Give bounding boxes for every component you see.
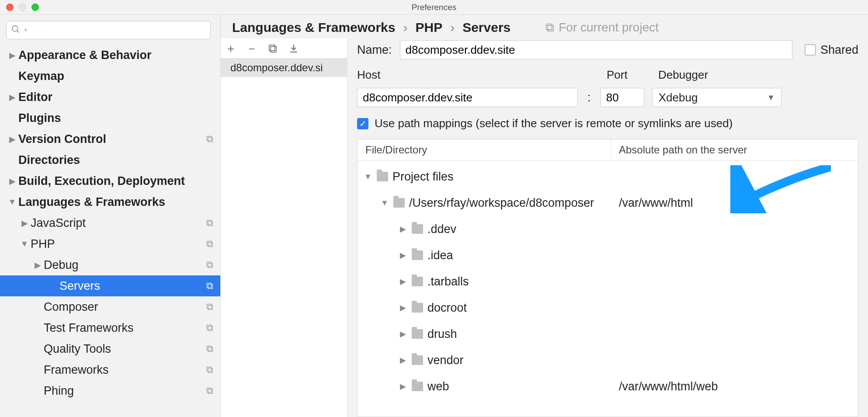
table-row[interactable]: ▶vendor bbox=[358, 347, 858, 373]
search-icon bbox=[11, 24, 21, 36]
folder-icon bbox=[412, 303, 423, 313]
project-scope-icon: ⧉ bbox=[206, 259, 217, 271]
sidebar-item[interactable]: ▶Debug⧉ bbox=[0, 254, 220, 275]
sidebar-item-label: Frameworks bbox=[44, 363, 206, 377]
folder-icon bbox=[412, 382, 423, 391]
sidebar-item-label: Editor bbox=[18, 90, 217, 104]
import-icon[interactable] bbox=[287, 43, 300, 54]
use-path-mappings-checkbox[interactable]: ✓ bbox=[357, 118, 368, 129]
port-input[interactable] bbox=[601, 88, 644, 107]
sidebar-item[interactable]: ▶Version Control⧉ bbox=[0, 129, 220, 149]
window-title: Preferences bbox=[412, 3, 456, 12]
chevron-down-icon: ▼ bbox=[6, 197, 18, 207]
sidebar-item-label: Languages & Frameworks bbox=[18, 195, 217, 209]
sidebar-item[interactable]: ▶Appearance & Behavior bbox=[0, 45, 220, 66]
window-controls bbox=[6, 3, 39, 11]
sidebar-item[interactable]: ▶Build, Execution, Deployment bbox=[0, 170, 220, 191]
sidebar-item[interactable]: ▶JavaScript⧉ bbox=[0, 212, 220, 233]
main-panel: Languages & Frameworks › PHP › Servers ⧉… bbox=[221, 15, 868, 417]
table-row[interactable]: ▶web/var/www/html/web bbox=[358, 373, 858, 400]
breadcrumb-a[interactable]: Languages & Frameworks bbox=[232, 20, 395, 35]
chevron-right-icon[interactable]: ▶ bbox=[399, 250, 407, 260]
absolute-path-cell[interactable]: /var/www/html/web bbox=[611, 380, 858, 393]
file-cell: ▶.ddev bbox=[358, 222, 611, 236]
zoom-icon[interactable] bbox=[31, 3, 39, 11]
file-label: /Users/rfay/workspace/d8composer bbox=[409, 196, 594, 210]
sidebar-item-label: Phing bbox=[44, 384, 206, 398]
host-label: Host bbox=[357, 68, 578, 82]
table-row[interactable]: ▶.ddev bbox=[358, 216, 858, 242]
folder-icon bbox=[412, 329, 423, 339]
chevron-right-icon[interactable]: ▶ bbox=[399, 303, 407, 313]
sidebar-item[interactable]: Servers⧉ bbox=[0, 275, 220, 296]
sidebar-item[interactable]: Quality Tools⧉ bbox=[0, 338, 220, 359]
project-scope-hint: ⧉ For current project bbox=[545, 21, 659, 35]
chevron-right-icon[interactable]: ▶ bbox=[399, 355, 407, 365]
chevron-right-icon[interactable]: ▶ bbox=[399, 277, 407, 286]
colon-separator: : bbox=[586, 90, 593, 104]
sidebar-item[interactable]: ▼Languages & Frameworks bbox=[0, 191, 220, 212]
chevron-right-icon: › bbox=[450, 20, 455, 35]
sidebar-item[interactable]: Keymap bbox=[0, 66, 220, 87]
callout-arrow-icon bbox=[730, 165, 831, 213]
sidebar-item[interactable]: Plugins bbox=[0, 108, 220, 129]
table-row[interactable]: ▶drush bbox=[358, 321, 858, 347]
breadcrumb-c: Servers bbox=[462, 20, 510, 35]
sidebar-item[interactable]: Frameworks⧉ bbox=[0, 359, 220, 380]
project-scope-icon: ⧉ bbox=[206, 322, 217, 334]
sidebar-item[interactable]: Phing⧉ bbox=[0, 380, 220, 401]
remove-icon[interactable]: － bbox=[245, 42, 258, 55]
chevron-right-icon: ▶ bbox=[6, 134, 18, 144]
project-scope-icon: ⧉ bbox=[206, 364, 217, 375]
sidebar-item[interactable]: Directories bbox=[0, 149, 220, 170]
table-row[interactable]: ▶.idea bbox=[358, 242, 858, 268]
chevron-down-icon[interactable]: ▼ bbox=[364, 172, 372, 181]
sidebar-item[interactable]: ▶Editor bbox=[0, 87, 220, 108]
debugger-select[interactable]: Xdebug ▼ bbox=[652, 88, 781, 107]
project-scope-icon: ⧉ bbox=[206, 133, 217, 145]
server-detail: Name: Shared Host Port Debugger bbox=[347, 38, 868, 417]
file-label: .idea bbox=[427, 249, 453, 262]
svg-line-1 bbox=[17, 30, 19, 32]
chevron-down-icon[interactable]: ▼ bbox=[380, 198, 389, 208]
file-label: Project files bbox=[392, 170, 454, 184]
close-icon[interactable] bbox=[6, 3, 14, 11]
file-label: web bbox=[427, 380, 449, 393]
sidebar-item[interactable]: Composer⧉ bbox=[0, 296, 220, 317]
add-icon[interactable]: ＋ bbox=[224, 42, 237, 55]
preferences-window: Preferences ▼ ▶Appearance & BehaviorKeym… bbox=[0, 0, 868, 417]
search-input[interactable] bbox=[31, 25, 206, 35]
sidebar-item[interactable]: Test Frameworks⧉ bbox=[0, 317, 220, 338]
sidebar-item[interactable]: ▼PHP⧉ bbox=[0, 233, 220, 254]
chevron-down-icon: ▼ bbox=[767, 93, 775, 102]
breadcrumb: Languages & Frameworks › PHP › Servers ⧉… bbox=[221, 15, 868, 38]
project-scope-icon: ⧉ bbox=[206, 238, 217, 250]
server-list-toolbar: ＋ － ⧉ bbox=[221, 38, 347, 59]
titlebar: Preferences bbox=[0, 0, 868, 15]
sidebar-item-label: Test Frameworks bbox=[44, 321, 206, 335]
col-file-directory: File/Directory bbox=[358, 139, 611, 160]
project-scope-icon: ⧉ bbox=[206, 301, 217, 313]
name-input[interactable] bbox=[400, 40, 792, 59]
shared-checkbox[interactable] bbox=[805, 44, 816, 56]
port-label: Port bbox=[607, 68, 650, 82]
minimize-icon[interactable] bbox=[19, 3, 26, 11]
search-input-wrap[interactable]: ▼ bbox=[6, 21, 211, 39]
table-row[interactable]: ▶.tarballs bbox=[358, 268, 858, 295]
table-row[interactable]: ▶docroot bbox=[358, 295, 858, 321]
host-input[interactable] bbox=[357, 88, 578, 107]
chevron-right-icon[interactable]: ▶ bbox=[399, 224, 407, 234]
folder-icon bbox=[412, 277, 423, 286]
copy-icon[interactable]: ⧉ bbox=[266, 42, 279, 55]
file-label: docroot bbox=[427, 301, 467, 315]
sidebar-item-label: Debug bbox=[44, 258, 206, 272]
folder-icon bbox=[412, 224, 423, 234]
breadcrumb-b[interactable]: PHP bbox=[415, 20, 442, 35]
sidebar: ▼ ▶Appearance & BehaviorKeymap▶EditorPlu… bbox=[0, 15, 221, 417]
chevron-right-icon[interactable]: ▶ bbox=[399, 329, 407, 339]
sidebar-item-label: Keymap bbox=[18, 70, 217, 83]
project-scope-icon: ⧉ bbox=[206, 343, 217, 354]
server-list-item[interactable]: d8composer.ddev.si bbox=[221, 59, 347, 77]
path-mappings-table: File/Directory Absolute path on the serv… bbox=[357, 139, 858, 417]
chevron-right-icon[interactable]: ▶ bbox=[399, 382, 407, 391]
